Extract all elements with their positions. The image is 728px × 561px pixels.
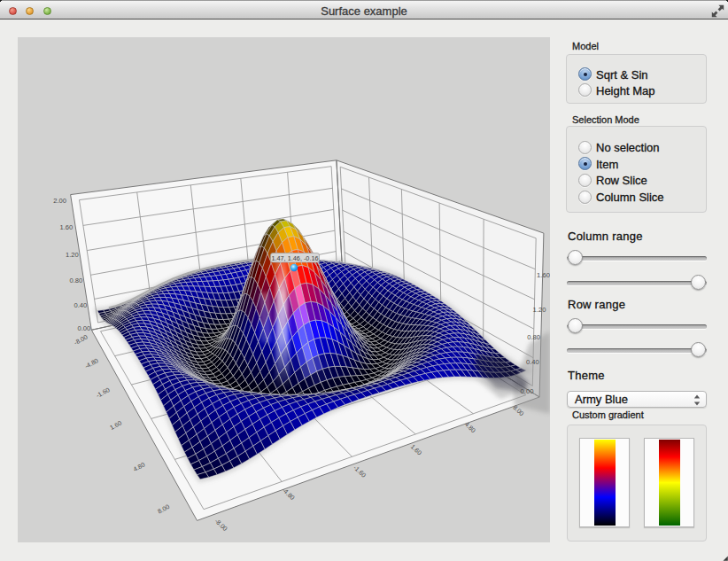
svg-text:1.60: 1.60 bbox=[537, 271, 550, 279]
svg-text:0.00: 0.00 bbox=[521, 387, 534, 395]
svg-text:0.80: 0.80 bbox=[527, 333, 540, 341]
svg-text:1.20: 1.20 bbox=[66, 251, 79, 259]
svg-text:1.20: 1.20 bbox=[533, 306, 546, 314]
svg-text:0.40: 0.40 bbox=[74, 301, 87, 309]
svg-text:2.00: 2.00 bbox=[53, 197, 66, 205]
svg-text:0.80: 0.80 bbox=[70, 277, 83, 284]
svg-text:1.60: 1.60 bbox=[60, 223, 74, 231]
svg-text:1.47, 1.46, -0.16: 1.47, 1.46, -0.16 bbox=[271, 254, 318, 262]
svg-text:0.00: 0.00 bbox=[77, 324, 90, 332]
svg-text:0.40: 0.40 bbox=[526, 358, 539, 366]
